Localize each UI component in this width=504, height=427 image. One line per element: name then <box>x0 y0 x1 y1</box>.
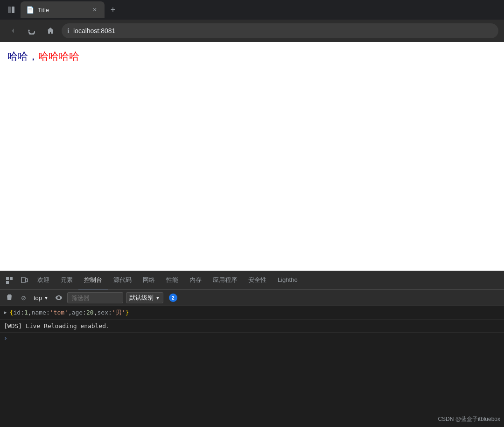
tab-bar: 📄 Title ✕ + <box>0 0 504 20</box>
page-text-part1: 哈哈， <box>7 50 38 62</box>
log-level-arrow-icon: ▼ <box>155 295 160 301</box>
tab-welcome[interactable]: 欢迎 <box>32 271 55 290</box>
devtools-console: ⊘ top ▼ 默认级别 ▼ 2 <box>0 289 504 427</box>
svg-rect-5 <box>21 277 25 283</box>
tab-application[interactable]: 应用程序 <box>207 271 243 290</box>
devtools-panel: 欢迎 元素 控制台 源代码 网络 性能 内存 应用程序 <box>0 271 504 427</box>
home-button[interactable] <box>43 23 58 38</box>
svg-rect-2 <box>6 277 9 280</box>
console-prompt[interactable]: › <box>0 333 504 343</box>
prompt-icon: › <box>4 335 7 342</box>
expand-arrow-icon[interactable]: ▶ <box>4 308 7 317</box>
reload-button[interactable] <box>24 23 39 38</box>
dropdown-arrow-icon: ▼ <box>44 295 49 301</box>
tab-elements[interactable]: 元素 <box>55 271 78 290</box>
svg-rect-0 <box>8 7 11 13</box>
console-toolbar: ⊘ top ▼ 默认级别 ▼ 2 <box>0 289 504 306</box>
svg-rect-3 <box>10 277 13 280</box>
context-label: top <box>34 294 42 301</box>
page-content: 哈哈，哈哈哈哈 <box>0 42 504 271</box>
clear-console-btn[interactable] <box>4 292 15 303</box>
tab-lighthouse[interactable]: Lightho <box>272 271 303 290</box>
console-log-object[interactable]: ▶ { id : 1 , name : 'tom' , age : 20 , s… <box>0 306 504 320</box>
sidebar-toggle-btn[interactable] <box>4 2 19 17</box>
tab-network[interactable]: 网络 <box>137 271 161 290</box>
devtools-inspect-icon[interactable] <box>2 273 17 288</box>
svg-rect-1 <box>12 7 14 13</box>
page-main-text: 哈哈，哈哈哈哈 <box>7 49 497 63</box>
svg-rect-6 <box>26 279 28 282</box>
page-text-part2: 哈哈哈哈 <box>38 50 79 62</box>
tab-performance[interactable]: 性能 <box>161 271 184 290</box>
devtools-device-icon[interactable] <box>17 273 32 288</box>
console-wds-line: [WDS] Live Reloading enabled. <box>0 320 504 333</box>
watermark: CSDN @蓝盒子itbluebox <box>438 415 500 423</box>
svg-rect-4 <box>6 281 9 284</box>
nav-bar: ℹ localhost:8081 <box>0 20 504 42</box>
block-icon[interactable]: ⊘ <box>18 292 29 303</box>
console-output: ▶ { id : 1 , name : 'tom' , age : 20 , s… <box>0 306 504 427</box>
badge-dot: 2 <box>169 294 177 302</box>
address-bar[interactable]: ℹ localhost:8081 <box>62 23 498 38</box>
tab-sources[interactable]: 源代码 <box>108 271 137 290</box>
browser-tab[interactable]: 📄 Title ✕ <box>21 1 105 18</box>
wds-message: [WDS] Live Reloading enabled. <box>4 322 110 331</box>
tab-console[interactable]: 控制台 <box>78 271 108 290</box>
log-level-label: 默认级别 <box>129 294 154 302</box>
log-level-selector[interactable]: 默认级别 ▼ <box>126 292 163 303</box>
new-tab-button[interactable]: + <box>106 3 119 16</box>
address-text: localhost:8081 <box>73 27 115 35</box>
tab-security[interactable]: 安全性 <box>243 271 272 290</box>
message-count-badge[interactable]: 2 <box>166 293 180 303</box>
devtools-tab-bar: 欢迎 元素 控制台 源代码 网络 性能 内存 应用程序 <box>0 271 504 289</box>
tab-close-btn[interactable]: ✕ <box>91 6 99 14</box>
tab-memory[interactable]: 内存 <box>184 271 207 290</box>
back-button[interactable] <box>6 23 21 38</box>
filter-input[interactable] <box>67 292 123 303</box>
tab-title: Title <box>38 7 49 14</box>
context-selector[interactable]: top ▼ <box>32 294 50 302</box>
tab-favicon: 📄 <box>26 6 34 14</box>
eye-icon[interactable] <box>53 292 64 303</box>
info-icon: ℹ <box>67 27 70 35</box>
